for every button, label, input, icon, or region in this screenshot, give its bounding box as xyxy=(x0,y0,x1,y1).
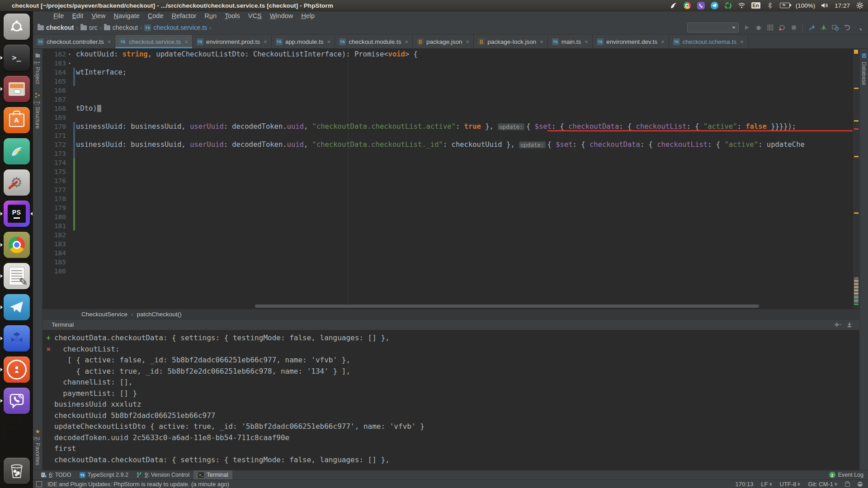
line-ending-selector[interactable]: LF xyxy=(761,481,772,488)
keyboard-layout-indicator[interactable]: En xyxy=(751,2,760,9)
toolwindow-button-terminal[interactable]: >_Terminal xyxy=(193,470,232,479)
menu-file[interactable]: File xyxy=(50,12,67,20)
stripe-mark[interactable] xyxy=(854,304,859,305)
tab-environment.dev.ts[interactable]: TSenvironment.dev.ts× xyxy=(593,35,669,48)
phpstorm[interactable]: PS xyxy=(0,198,33,229)
close-icon[interactable]: × xyxy=(661,38,665,45)
ubuntu-software[interactable]: A xyxy=(0,104,33,136)
breadcrumb-method[interactable]: patchCheckout() xyxy=(137,311,182,318)
payever-tray-icon[interactable] xyxy=(670,2,678,9)
toolwindow-button-database[interactable]: Database xyxy=(861,49,867,89)
run-icon[interactable] xyxy=(743,24,750,32)
hide-panel-icon[interactable] xyxy=(846,321,853,328)
chrome-app[interactable] xyxy=(0,229,33,260)
tab-app.module.ts[interactable]: TSapp.module.ts× xyxy=(272,35,335,48)
toolwindow-button-typescript-2-9-2[interactable]: TSTypeScript 2.9.2 xyxy=(75,470,132,479)
file-archiver[interactable] xyxy=(0,73,33,104)
postman-app[interactable] xyxy=(0,354,33,385)
battery-percent[interactable]: (100%) xyxy=(796,2,816,9)
hector-inspections-icon[interactable] xyxy=(858,482,863,487)
tab-package.json[interactable]: {}package.json× xyxy=(413,35,474,48)
menu-window[interactable]: Window xyxy=(266,12,297,20)
run-config-dropdown[interactable] xyxy=(687,23,739,33)
breadcrumb-class[interactable]: CheckoutService xyxy=(81,311,127,318)
menu-tools[interactable]: Tools xyxy=(221,12,244,20)
system-settings[interactable]: ⚙ xyxy=(0,167,33,198)
stripe-mark[interactable] xyxy=(854,120,859,122)
blue-utility-app[interactable] xyxy=(0,323,33,354)
menu-navigate[interactable]: Navigate xyxy=(110,12,143,20)
menu-edit[interactable]: Edit xyxy=(68,12,87,20)
text-editor[interactable]: ✎ xyxy=(0,260,33,291)
toolwindow-button-6-todo[interactable]: 6: TODO xyxy=(37,470,75,479)
viber-tray-icon[interactable] xyxy=(697,2,705,9)
terminal-app[interactable]: >_ xyxy=(0,42,33,73)
terminal-panel[interactable]: +checkoutData.checkoutData: { settings: … xyxy=(42,330,859,470)
battery-icon[interactable] xyxy=(780,3,790,8)
volume-icon[interactable] xyxy=(821,2,829,9)
session-gear-icon[interactable] xyxy=(856,2,863,9)
error-stripe[interactable] xyxy=(853,49,859,309)
encoding-selector[interactable]: UTF-8 xyxy=(780,481,801,488)
menu-refactor[interactable]: Refactor xyxy=(168,12,200,20)
fold-marker-icon[interactable]: ▾ xyxy=(66,59,73,68)
tab-main.ts[interactable]: TSmain.ts× xyxy=(548,35,593,48)
menu-view[interactable]: View xyxy=(88,12,109,20)
caret-position[interactable]: 170:13 xyxy=(736,481,754,488)
git-branch-selector[interactable]: Git: CM-1 xyxy=(808,481,837,488)
tab-package-lock.json[interactable]: {}package-lock.json× xyxy=(474,35,548,48)
close-icon[interactable]: × xyxy=(740,38,744,45)
menu-help[interactable]: Help xyxy=(297,12,318,20)
ubuntu-dash[interactable] xyxy=(0,11,33,42)
menu-vcs[interactable]: VCS xyxy=(245,12,265,20)
chrome-tray-icon[interactable] xyxy=(684,2,691,9)
menu-code[interactable]: Code xyxy=(144,12,167,20)
trash[interactable] xyxy=(0,455,33,486)
vcs-update-icon[interactable] xyxy=(808,24,816,32)
coverage-icon[interactable] xyxy=(766,24,774,32)
event-log-button[interactable]: 2 Event Log xyxy=(829,472,868,478)
toolwindow-button-1-project[interactable]: 1: Project xyxy=(34,49,41,89)
close-icon[interactable]: × xyxy=(540,38,543,45)
clock[interactable]: 17:27 xyxy=(835,2,850,9)
tab-environment.prod.ts[interactable]: TSenvironment.prod.ts× xyxy=(193,35,272,48)
breadcrumb-item[interactable]: checkout xyxy=(38,24,74,31)
toolwindow-button-2-favorites[interactable]: ★2: Favorites xyxy=(34,424,41,470)
stop-icon[interactable] xyxy=(790,24,797,32)
horizontal-scrollbar[interactable] xyxy=(255,305,759,308)
tab-checkout.service.ts[interactable]: TScheckout.service.ts× xyxy=(115,35,192,48)
software-updater-tray-icon[interactable] xyxy=(724,2,732,9)
close-icon[interactable]: × xyxy=(184,38,188,45)
search-everywhere-icon[interactable] xyxy=(855,24,863,32)
tab-checkout.schema.ts[interactable]: TScheckout.schema.ts× xyxy=(669,35,748,48)
close-icon[interactable]: × xyxy=(466,38,470,45)
close-icon[interactable]: × xyxy=(108,38,111,45)
toolwindow-button-7-structure[interactable]: 7: Structure xyxy=(34,89,41,133)
viber-app[interactable] xyxy=(0,385,33,416)
toolwindow-toggle-icon[interactable] xyxy=(36,481,42,487)
hummingbird-app[interactable] xyxy=(0,136,33,167)
stripe-mark[interactable] xyxy=(854,128,859,130)
code-editor[interactable]: 162▾ckoutUuid: string, updateCheckoutLis… xyxy=(42,49,859,309)
rollback-icon[interactable] xyxy=(843,24,851,32)
toolwindow-button-9-version-control[interactable]: 9: Version Control xyxy=(132,470,193,479)
close-icon[interactable]: × xyxy=(585,38,588,45)
breadcrumb-item[interactable]: src xyxy=(80,24,98,31)
menu-run[interactable]: Run xyxy=(201,12,220,20)
close-icon[interactable]: × xyxy=(327,38,331,45)
stripe-mark[interactable] xyxy=(854,156,859,157)
breadcrumb-item[interactable]: checkout xyxy=(104,24,138,31)
tab-checkout.module.ts[interactable]: TScheckout.module.ts× xyxy=(335,35,413,48)
close-icon[interactable]: × xyxy=(264,38,267,45)
telegram-tray-icon[interactable] xyxy=(711,2,718,9)
bluetooth-icon[interactable] xyxy=(766,2,774,9)
debug-icon[interactable] xyxy=(755,24,762,32)
vcs-commit-icon[interactable] xyxy=(820,24,827,32)
wifi-icon[interactable] xyxy=(738,2,745,9)
stripe-scrollbar-thumb[interactable] xyxy=(854,277,859,303)
stripe-mark[interactable] xyxy=(854,88,859,89)
breadcrumb-item[interactable]: TScheckout.service.ts xyxy=(144,24,207,31)
readonly-lock-icon[interactable] xyxy=(845,483,850,487)
status-message[interactable]: IDE and Plugin Updates: PhpStorm is read… xyxy=(47,481,229,488)
fold-marker-icon[interactable]: ▾ xyxy=(66,50,73,59)
